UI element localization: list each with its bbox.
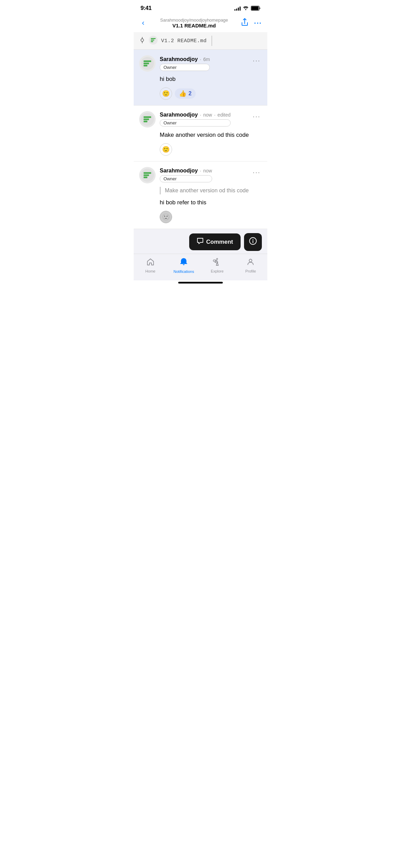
author-time-2: now (203, 112, 212, 118)
comment-chat-icon (197, 238, 204, 246)
comment-body-1: hi bob 🙂 👍 2 (139, 75, 262, 100)
author-time-3: now (203, 168, 212, 173)
branch-text: V1.2 README.md (161, 38, 207, 44)
author-edited-2: edited (218, 112, 231, 118)
author-name-line-3: Sarahmoodjoy · now (160, 168, 212, 174)
info-icon (249, 237, 257, 246)
comment-more-button-1[interactable]: ··· (251, 55, 262, 66)
owner-badge-3: Owner (160, 175, 212, 182)
svg-rect-12 (144, 65, 147, 67)
nav-bar: ‹ Sarahmoodjoy/moodjoyhomepage V1.1 READ… (134, 14, 267, 32)
smiley-icon-2: 🙂 (162, 146, 170, 153)
author-dot-1: · (200, 57, 201, 62)
smiley-icon-1: 🙂 (162, 90, 170, 97)
comment-author-area-3: Sarahmoodjoy · now Owner (139, 167, 212, 183)
reactions-3: 🙂 (160, 211, 262, 223)
branch-bar: V1.2 README.md (134, 32, 267, 50)
tab-home-label: Home (145, 269, 155, 273)
smiley-icon-3: 🙂 (162, 213, 170, 221)
tab-profile[interactable]: Profile (234, 258, 268, 273)
tab-profile-label: Profile (245, 269, 256, 273)
svg-rect-6 (151, 38, 156, 39)
author-dot-3: · (200, 168, 201, 173)
comment-text-3: hi bob refer to this (160, 198, 262, 207)
nav-title-area: Sarahmoodjoy/moodjoyhomepage V1.1 README… (147, 17, 241, 28)
owner-badge-2: Owner (160, 119, 231, 126)
comment-more-button-2[interactable]: ··· (251, 111, 262, 122)
nav-actions: ··· (241, 18, 262, 28)
thumbsup-reaction-button-1[interactable]: 👍 2 (175, 88, 196, 99)
comment-text-2: Make another version od this code (160, 131, 262, 139)
comment-card-3: Sarahmoodjoy · now Owner ··· Make anothe… (134, 161, 267, 229)
comment-author-area-2: Sarahmoodjoy · now · edited Owner (139, 111, 231, 128)
author-name-2: Sarahmoodjoy (160, 112, 198, 118)
comment-header-3: Sarahmoodjoy · now Owner ··· (139, 167, 262, 183)
comment-body-3: Make another version od this code hi bob… (139, 187, 262, 223)
comment-button-label: Comment (206, 239, 233, 245)
more-button[interactable]: ··· (254, 19, 262, 27)
branch-divider (211, 36, 212, 46)
quote-block-3: Make another version od this code (160, 187, 262, 194)
svg-rect-11 (144, 63, 149, 64)
tab-explore-label: Explore (211, 269, 223, 273)
status-time: 9:41 (141, 5, 151, 12)
person-icon (246, 258, 255, 268)
author-name-1: Sarahmoodjoy (160, 56, 198, 62)
signal-bars-icon (234, 6, 241, 11)
author-dot-2: · (200, 112, 201, 118)
author-name-line-1: Sarahmoodjoy · 6m (160, 56, 210, 62)
thumbsup-count-1: 2 (189, 91, 192, 97)
svg-rect-14 (144, 116, 151, 118)
status-bar: 9:41 (134, 0, 267, 14)
home-indicator (178, 282, 223, 284)
comment-more-button-3[interactable]: ··· (251, 167, 262, 178)
svg-rect-15 (144, 118, 149, 120)
tab-explore[interactable]: Explore (200, 258, 234, 273)
nav-title: V1.1 README.md (147, 23, 241, 28)
add-reaction-button-3[interactable]: 🙂 (160, 211, 172, 223)
owner-badge-1: Owner (160, 64, 210, 71)
author-info-1: Sarahmoodjoy · 6m Owner (160, 56, 210, 71)
comment-header-1: Sarahmoodjoy · 6m Owner ··· (139, 55, 262, 72)
svg-rect-16 (144, 121, 147, 122)
author-name-3: Sarahmoodjoy (160, 168, 198, 174)
svg-point-2 (141, 39, 144, 41)
add-reaction-button-2[interactable]: 🙂 (160, 143, 172, 156)
tab-bar: Home Notifications Explore (134, 254, 267, 280)
svg-point-23 (253, 239, 253, 240)
reactions-1: 🙂 👍 2 (160, 87, 262, 100)
back-button[interactable]: ‹ (139, 17, 147, 29)
author-name-line-2: Sarahmoodjoy · now · edited (160, 112, 231, 118)
wifi-icon (243, 5, 249, 11)
svg-rect-19 (144, 174, 149, 176)
comment-card-2: Sarahmoodjoy · now · edited Owner ··· Ma… (134, 106, 267, 161)
author-info-3: Sarahmoodjoy · now Owner (160, 168, 212, 182)
action-bar: Comment (134, 229, 267, 254)
comment-header-2: Sarahmoodjoy · now · edited Owner ··· (139, 111, 262, 128)
avatar-2 (139, 111, 156, 128)
author-info-2: Sarahmoodjoy · now · edited Owner (160, 112, 231, 126)
share-button[interactable] (241, 18, 248, 28)
svg-rect-1 (252, 7, 259, 10)
status-icons (234, 5, 260, 11)
info-button[interactable] (244, 233, 262, 251)
comment-card-1: Sarahmoodjoy · 6m Owner ··· hi bob 🙂 👍 2 (134, 50, 267, 106)
reactions-2: 🙂 (160, 143, 262, 156)
svg-rect-18 (144, 172, 151, 174)
comment-body-2: Make another version od this code 🙂 (139, 131, 262, 156)
tab-home[interactable]: Home (134, 258, 167, 273)
comment-author-area-1: Sarahmoodjoy · 6m Owner (139, 55, 210, 72)
comment-button[interactable]: Comment (189, 233, 241, 250)
svg-point-29 (249, 259, 252, 262)
svg-rect-10 (144, 60, 151, 62)
tab-notifications[interactable]: Notifications (167, 257, 201, 274)
tab-notifications-label: Notifications (173, 269, 194, 274)
nav-subtitle: Sarahmoodjoy/moodjoyhomepage (147, 17, 241, 23)
avatar-1 (139, 55, 156, 72)
thumbsup-emoji-1: 👍 (179, 90, 186, 97)
quote-text-3: Make another version od this code (165, 187, 262, 194)
telescope-icon (213, 258, 222, 268)
svg-rect-7 (151, 40, 154, 41)
add-reaction-button-1[interactable]: 🙂 (160, 87, 172, 100)
home-icon (146, 258, 155, 268)
